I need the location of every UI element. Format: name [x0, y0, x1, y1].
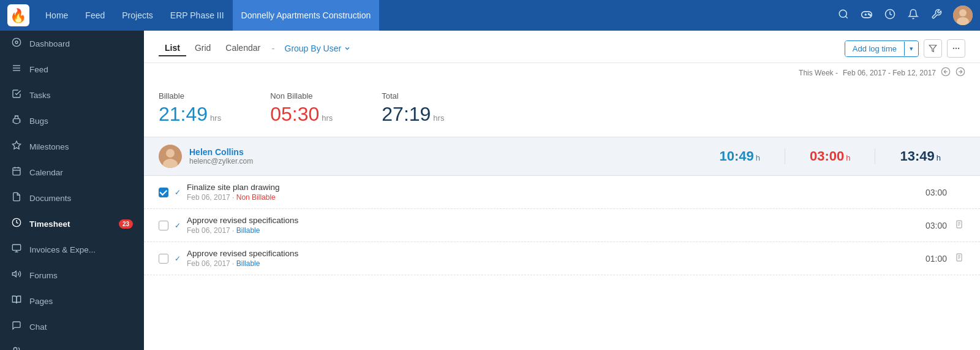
task-action-icon-2[interactable] [953, 220, 965, 230]
nav-feed[interactable]: Feed [77, 0, 113, 31]
calendar-icon [11, 166, 22, 178]
sidebar-item-invoices[interactable]: Invoices & Expe... [0, 237, 144, 262]
chevron-down-icon [344, 45, 351, 52]
date-range-value: Feb 06, 2017 - Feb 12, 2017 [843, 69, 936, 77]
svg-point-14 [15, 41, 18, 44]
add-log-label[interactable]: Add log time [845, 41, 904, 56]
gamepad-icon[interactable] [860, 9, 873, 22]
task-time-3: 01:00 [910, 254, 947, 264]
more-options-button[interactable] [947, 39, 965, 58]
sidebar-item-feed[interactable]: Feed [0, 56, 144, 82]
task-name-2[interactable]: Approve revised specifications [187, 216, 904, 225]
timesheet-badge: 23 [119, 219, 133, 229]
date-range-bar: This Week - Feb 06, 2017 - Feb 12, 2017 [144, 63, 980, 83]
filter-icon [929, 44, 937, 53]
task-action-icon-3[interactable] [953, 253, 965, 264]
bell-icon[interactable] [907, 9, 920, 23]
sidebar-item-users[interactable]: Users [0, 340, 144, 350]
task-row: ✓ Approve revised specifications Feb 06,… [144, 209, 980, 242]
task-checkbox-3[interactable] [159, 254, 168, 264]
user-billable-time: 10:49h [695, 148, 785, 164]
billable-summary: Billable 21:49 hrs [159, 91, 221, 126]
task-meta-1: Feb 06, 2017 · Non Billable [187, 193, 904, 202]
svg-marker-27 [12, 271, 16, 276]
app-logo[interactable]: 🔥 [7, 4, 29, 26]
tab-grid[interactable]: Grid [189, 40, 217, 56]
user-total-time: 13:49h [875, 148, 965, 164]
task-meta-3: Feb 06, 2017 · Billable [187, 259, 904, 268]
sidebar: Dashboard Feed Tasks Bugs Milestones [0, 31, 144, 350]
task-checkbox-2[interactable] [159, 221, 168, 230]
nav-home[interactable]: Home [37, 0, 77, 31]
add-log-dropdown-arrow[interactable]: ▾ [904, 42, 918, 56]
svg-point-31 [956, 48, 957, 49]
date-range-prefix: This Week - [799, 69, 838, 77]
user-group-email: helenc@zylker.com [189, 157, 695, 165]
pages-icon [11, 295, 22, 307]
svg-point-32 [958, 48, 959, 49]
nav-erp[interactable]: ERP Phase III [162, 0, 233, 31]
nav-projects[interactable]: Projects [113, 0, 162, 31]
invoices-icon [11, 243, 22, 256]
sidebar-item-chat[interactable]: Chat [0, 314, 144, 340]
nav-current-project[interactable]: Donnelly Apartments Construction [233, 0, 380, 31]
task-row: ✓ Approve revised specifications Feb 06,… [144, 242, 980, 275]
svg-point-38 [166, 149, 175, 158]
task-check-icon-1: ✓ [175, 188, 181, 197]
documents-icon [11, 192, 22, 204]
svg-point-2 [839, 10, 846, 17]
sidebar-item-tasks[interactable]: Tasks [0, 82, 144, 108]
user-avatar-nav[interactable] [953, 6, 973, 25]
task-billable-tag-2[interactable]: Billable [236, 226, 260, 235]
sidebar-item-calendar[interactable]: Calendar [0, 159, 144, 185]
total-value: 27:19 hrs [382, 103, 444, 126]
add-log-time-button[interactable]: Add log time ▾ [845, 40, 919, 57]
sidebar-item-bugs[interactable]: Bugs [0, 108, 144, 134]
prev-week-button[interactable] [941, 67, 951, 79]
users-icon [11, 346, 22, 350]
task-info-3: Approve revised specifications Feb 06, 2… [187, 249, 904, 268]
billable-label: Billable [159, 91, 221, 101]
user-group-times: 10:49h 03:00h 13:49h [695, 148, 965, 164]
group-by-button[interactable]: Group By User [280, 41, 356, 56]
tab-list[interactable]: List [159, 40, 186, 56]
top-nav: 🔥 Home Feed Projects ERP Phase III Donne… [0, 0, 980, 31]
sidebar-item-pages[interactable]: Pages [0, 288, 144, 314]
svg-point-8 [870, 14, 871, 15]
svg-marker-18 [12, 141, 20, 149]
user-group-name[interactable]: Helen Collins [189, 147, 695, 157]
top-nav-icons [837, 6, 973, 25]
task-billable-tag-3[interactable]: Billable [236, 259, 260, 268]
task-info-1: Finalize site plan drawing Feb 06, 2017 … [187, 183, 904, 202]
wrench-icon[interactable] [930, 9, 943, 23]
billable-value: 21:49 hrs [159, 103, 221, 126]
next-week-button[interactable] [956, 67, 965, 79]
search-icon[interactable] [837, 9, 850, 23]
task-check-icon-2: ✓ [175, 221, 181, 230]
main-layout: Dashboard Feed Tasks Bugs Milestones [0, 31, 980, 350]
milestones-icon [11, 140, 22, 153]
timesheet-icon [11, 218, 22, 230]
user-non-billable-time: 03:00h [785, 148, 876, 164]
task-checkbox-1[interactable] [159, 188, 168, 197]
sidebar-item-forums[interactable]: Forums [0, 262, 144, 288]
sidebar-item-timesheet[interactable]: Timesheet 23 [0, 211, 144, 237]
filter-button[interactable] [924, 39, 942, 58]
tab-calendar[interactable]: Calendar [219, 40, 266, 56]
more-icon [952, 44, 960, 53]
chat-icon [11, 321, 22, 333]
sidebar-item-dashboard[interactable]: Dashboard [0, 31, 144, 56]
svg-rect-24 [12, 245, 20, 250]
non-billable-value: 05:30 hrs [270, 103, 333, 126]
task-info-2: Approve revised specifications Feb 06, 2… [187, 216, 904, 235]
top-nav-links: Home Feed Projects ERP Phase III Donnell… [37, 0, 837, 31]
sidebar-item-documents[interactable]: Documents [0, 185, 144, 211]
task-time-1: 03:00 [910, 188, 947, 197]
clock-icon[interactable] [883, 9, 897, 23]
task-name-3[interactable]: Approve revised specifications [187, 249, 904, 258]
task-billable-tag-1[interactable]: Non Billable [236, 193, 276, 202]
task-name-1[interactable]: Finalize site plan drawing [187, 183, 904, 192]
sidebar-item-milestones[interactable]: Milestones [0, 134, 144, 159]
svg-point-7 [869, 13, 870, 15]
content-area: List Grid Calendar - Group By User Add l… [144, 31, 980, 350]
